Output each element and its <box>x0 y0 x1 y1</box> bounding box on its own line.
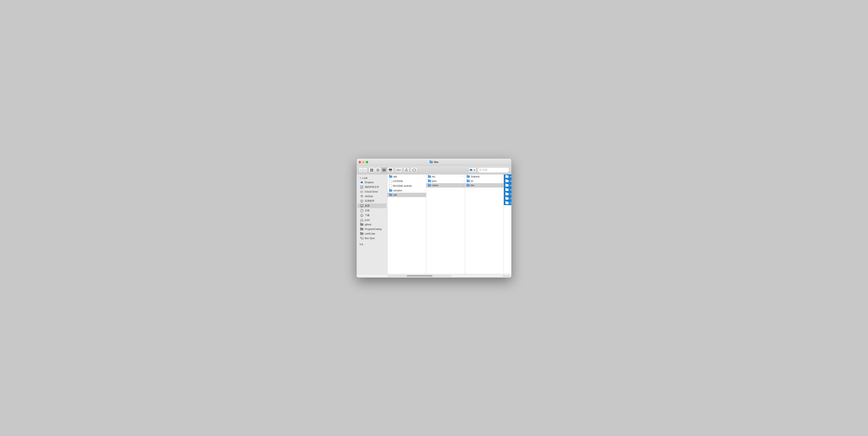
svg-rect-3 <box>372 170 373 172</box>
folder-icon-small <box>360 223 363 226</box>
close-button[interactable] <box>359 161 361 163</box>
folder-icon-mips64 <box>505 193 508 195</box>
traffic-lights <box>359 161 368 163</box>
item-x86-64[interactable]: x86_64 › <box>504 201 512 205</box>
box-icon: Box <box>360 237 363 240</box>
item-armeabi[interactable]: armeabi › <box>504 179 512 183</box>
item-mips[interactable]: mips › <box>504 188 512 192</box>
svg-rect-8 <box>384 169 384 172</box>
document-icon <box>360 209 363 212</box>
sidebar-label-airdrop: AirDrop <box>365 195 373 198</box>
item-name-armeabi-v7a: armeabi-v7a <box>509 184 512 187</box>
gallery-view-button[interactable] <box>387 167 394 173</box>
item-name-native: native <box>432 184 462 187</box>
item-libs[interactable]: libs › <box>465 183 504 188</box>
item-name-jni: jni <box>471 180 500 182</box>
item-arm64-v8a[interactable]: arm64-v8a › <box>504 175 512 179</box>
sidebar-item-dropbox[interactable]: Dropbox <box>358 180 386 185</box>
svg-rect-2 <box>370 170 372 172</box>
item-name-readme: README.android <box>393 185 425 187</box>
list-view-button[interactable] <box>375 167 381 173</box>
chevron-native: › <box>463 184 463 187</box>
column-view-button[interactable] <box>381 167 387 173</box>
item-etc[interactable]: etc › <box>426 175 465 179</box>
search-box[interactable]: 搜索 <box>477 167 509 173</box>
sidebar-item-applications[interactable]: 应用程序 <box>358 199 386 203</box>
sidebar-item-desktop[interactable]: 桌面 <box>358 204 386 208</box>
item-sdk[interactable]: sdk › <box>388 193 426 197</box>
scrollbar-thumb[interactable] <box>407 275 432 277</box>
minimize-button[interactable] <box>362 161 365 163</box>
folder-icon-libs <box>467 184 470 187</box>
sidebar-label-documents: 文稿 <box>365 209 370 212</box>
svg-text:Box: Box <box>362 238 364 239</box>
item-samples[interactable]: samples › <box>388 188 426 193</box>
item-jni[interactable]: jni › <box>465 179 504 183</box>
sidebar-item-yuze[interactable]: yuze <box>358 218 386 222</box>
chevron-samples: › <box>424 190 425 192</box>
sidebar-item-icloud[interactable]: iCloud Drive <box>358 190 386 194</box>
sidebar-item-airdrop[interactable]: AirDrop <box>358 194 386 198</box>
sidebar-item-github[interactable]: github <box>358 222 386 227</box>
item-mips64[interactable]: mips64 › <box>504 192 512 196</box>
svg-rect-10 <box>389 169 392 170</box>
folder-icon-x86 <box>505 197 508 200</box>
icon-view-button[interactable] <box>369 167 375 173</box>
folder-icon-mips <box>505 189 508 191</box>
sidebar-item-boxsync[interactable]: Box Box Sync <box>358 236 386 241</box>
svg-rect-4 <box>376 169 379 169</box>
svg-rect-1 <box>372 169 373 170</box>
item-license[interactable]: LICENSE <box>388 179 426 184</box>
sidebar-item-programcoding[interactable]: ProgramCoding <box>358 227 386 231</box>
share-button[interactable] <box>404 167 409 173</box>
item-name-apk: apk <box>393 175 423 178</box>
chevron-apk: › <box>424 176 425 178</box>
svg-point-15 <box>397 170 397 171</box>
tag-button[interactable] <box>410 167 418 173</box>
maximize-button[interactable] <box>366 161 368 163</box>
desktop-icon <box>360 204 363 208</box>
item-name-sdk: sdk <box>393 193 423 196</box>
item-readme[interactable]: README.android <box>388 184 426 188</box>
column-4: arm64-v8a › armeabi › armeabi-v7a › <box>504 175 512 274</box>
forward-button[interactable]: › <box>363 167 367 173</box>
back-button[interactable]: ‹ <box>359 167 363 173</box>
nav-buttons: ‹ › <box>359 167 367 173</box>
sidebar-item-allfiles[interactable]: 我的所有文件 <box>358 185 386 189</box>
item-x86[interactable]: x86 › <box>504 196 512 201</box>
download-icon <box>360 214 363 217</box>
folder-icon-etc <box>428 176 431 178</box>
folder-icon-samples <box>389 189 392 192</box>
item-3rdparty[interactable]: 3rdparty › <box>465 175 504 179</box>
svg-rect-9 <box>385 169 385 172</box>
allfiles-icon <box>360 186 363 189</box>
home-icon <box>360 218 363 222</box>
item-name-mips64: mips64 <box>509 193 512 195</box>
svg-rect-11 <box>390 171 390 172</box>
sidebar-item-downloads[interactable]: 下载 <box>358 213 386 218</box>
watermark: 2cto.com <box>503 275 510 277</box>
item-apk[interactable]: apk › <box>388 175 426 179</box>
item-native[interactable]: native › <box>426 183 465 188</box>
item-java[interactable]: java › <box>426 179 465 183</box>
arrange-button[interactable]: ▾ <box>395 167 402 173</box>
folder-icon-x86-64 <box>505 202 508 204</box>
file-icon-license <box>389 180 392 183</box>
svg-rect-40 <box>361 237 361 238</box>
sidebar-item-leetcode[interactable]: LeetCode <box>358 231 386 236</box>
svg-point-22 <box>479 169 481 171</box>
toolbar: ‹ › ▾ <box>356 166 512 175</box>
sidebar-label-allfiles: 我的所有文件 <box>365 185 379 189</box>
chevron-libs: › <box>501 184 502 187</box>
horizontal-scrollbar[interactable] <box>356 274 512 278</box>
dropbox-toolbar-button[interactable]: ▾ <box>468 167 476 173</box>
item-armeabi-v7a[interactable]: armeabi-v7a › <box>504 183 512 188</box>
column-3: 3rdparty › jni › libs › <box>465 175 504 274</box>
item-name-samples: samples <box>393 189 423 192</box>
chevron-3rdparty: › <box>501 176 502 178</box>
sidebar-label-dropbox: Dropbox <box>365 181 374 184</box>
item-name-3rdparty: 3rdparty <box>471 175 500 178</box>
column-1: apk › LICENSE README.android samples <box>388 175 426 274</box>
sidebar-item-documents[interactable]: 文稿 <box>358 208 386 213</box>
scrollbar-track[interactable] <box>388 275 452 277</box>
